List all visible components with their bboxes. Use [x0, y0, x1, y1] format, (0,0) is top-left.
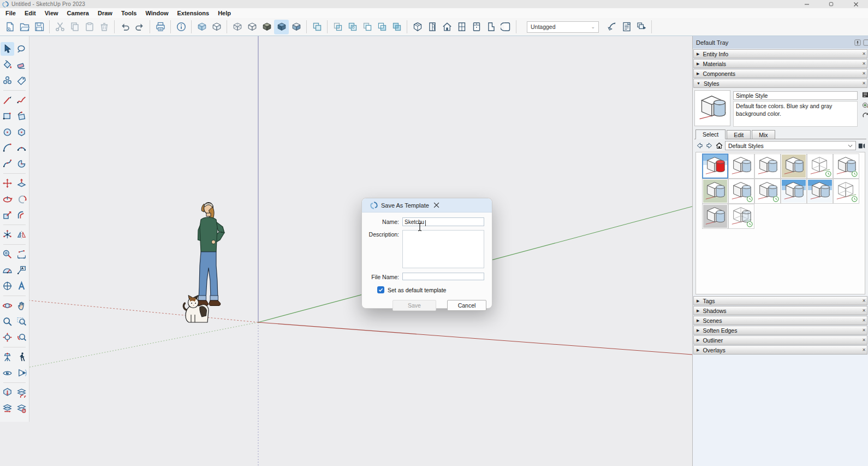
print-button[interactable] — [153, 20, 168, 34]
section-close-icon[interactable]: ✕ — [862, 51, 866, 56]
home-icon[interactable] — [715, 141, 723, 150]
zoom-tool-button[interactable] — [1, 315, 14, 328]
section-close-icon[interactable]: ✕ — [862, 318, 866, 323]
update-style-icon[interactable] — [862, 102, 868, 109]
style-thumbnail[interactable] — [702, 179, 728, 204]
section-plane-tool-button[interactable] — [1, 386, 14, 399]
push-pull-tool-button[interactable] — [15, 176, 28, 190]
back-edges-button[interactable] — [209, 20, 224, 34]
window-pane-button[interactable] — [454, 20, 469, 34]
style-thumbnail[interactable] — [702, 204, 728, 229]
lasso-select-tool-button[interactable] — [15, 42, 28, 56]
scale-tool-button[interactable] — [1, 208, 14, 222]
line-tool-button[interactable] — [1, 93, 14, 107]
section-close-icon[interactable]: ✕ — [862, 347, 866, 352]
scale-figure[interactable] — [180, 199, 237, 326]
section-close-icon[interactable]: ✕ — [862, 338, 866, 343]
tag-filter-dropdown[interactable]: Untagged⌄ — [527, 21, 599, 33]
dimension-tool-button[interactable] — [15, 247, 28, 261]
solid-intersect-button[interactable] — [330, 20, 345, 34]
rotate-tool-button[interactable] — [1, 192, 14, 206]
walk-tool-button[interactable] — [15, 350, 28, 364]
section-close-icon[interactable]: ✕ — [862, 298, 866, 303]
rotated-rectangle-tool-button[interactable] — [15, 109, 28, 123]
default-template-checkbox[interactable] — [377, 286, 384, 293]
maximize-icon[interactable] — [819, 0, 843, 8]
menu-tools[interactable]: Tools — [117, 10, 141, 16]
tray-header[interactable]: Default Tray — [693, 36, 868, 49]
orbit-tool-button[interactable] — [1, 299, 14, 312]
dialog-title-bar[interactable]: Save As Template — [362, 198, 492, 213]
tray-close-icon[interactable] — [863, 39, 868, 46]
section-overlays[interactable]: ▶Overlays✕ — [693, 345, 867, 355]
look-around-tool-button[interactable] — [1, 366, 14, 380]
section-scenes[interactable]: ▶Scenes✕ — [693, 316, 867, 325]
minimize-icon[interactable] — [794, 0, 819, 8]
style-thumbnail[interactable] — [807, 179, 833, 204]
section-components[interactable]: ▶Components✕ — [693, 69, 867, 78]
section-close-icon[interactable]: ✕ — [862, 71, 866, 76]
section-tags[interactable]: ▶Tags✕ — [693, 296, 867, 305]
style-name-input[interactable] — [733, 91, 858, 100]
position-camera-tool-button[interactable] — [1, 350, 14, 364]
field-of-view-tool-button[interactable] — [15, 366, 28, 380]
style-thumbnail[interactable] — [833, 179, 859, 204]
style-thumbnail[interactable] — [807, 154, 833, 179]
forward-arrow-icon[interactable] — [705, 141, 714, 150]
style-thumbnail[interactable] — [728, 154, 754, 179]
drawing-viewport[interactable] — [29, 36, 692, 466]
two-point-arc-tool-button[interactable] — [15, 141, 28, 155]
menu-camera[interactable]: Camera — [63, 10, 93, 16]
shape-l-button[interactable] — [484, 20, 498, 34]
view-options-icon[interactable] — [858, 142, 865, 150]
flip-tool-button[interactable] — [15, 228, 28, 241]
section-entity-info[interactable]: ▶Entity Info✕ — [693, 49, 867, 58]
save-button[interactable]: Save — [393, 300, 436, 311]
three-d-text-tool-button[interactable] — [15, 279, 28, 293]
section-styles[interactable]: ▼ Styles ✕ — [693, 79, 867, 88]
redo-button[interactable] — [132, 20, 147, 34]
outer-shell-button[interactable] — [310, 20, 324, 34]
paint-bucket-tool-button[interactable] — [1, 58, 14, 72]
copy-button[interactable] — [67, 20, 82, 34]
pan-tool-button[interactable] — [15, 299, 28, 312]
refresh-style-icon[interactable] — [862, 112, 868, 119]
offset-tool-button[interactable] — [15, 208, 28, 222]
intersect-tool-tool-button[interactable] — [1, 228, 14, 241]
polygon-tool-button[interactable] — [15, 125, 28, 139]
style-thumbnail[interactable] — [781, 179, 807, 204]
style-thumbnail[interactable] — [728, 204, 754, 229]
section-close-icon[interactable]: ✕ — [862, 308, 866, 313]
section-display-tool-button[interactable] — [15, 386, 28, 399]
house-button[interactable] — [439, 20, 454, 34]
xray-button[interactable] — [194, 20, 209, 34]
circle-tool-button[interactable] — [1, 125, 14, 139]
template-description-input[interactable] — [402, 230, 484, 268]
tab-edit[interactable]: Edit — [727, 130, 751, 139]
create-style-icon[interactable] — [862, 91, 868, 98]
menu-edit[interactable]: Edit — [20, 10, 40, 16]
section-materials[interactable]: ▶Materials✕ — [693, 59, 867, 68]
style-collection-dropdown[interactable]: Default Styles — [725, 141, 856, 150]
pie-tool-button[interactable] — [15, 157, 28, 170]
wireframe-button[interactable] — [230, 20, 245, 34]
solid-union-button[interactable] — [345, 20, 360, 34]
solid-subtract-button[interactable] — [360, 20, 374, 34]
style-thumbnail[interactable] — [754, 154, 781, 179]
solid-split-button[interactable] — [389, 20, 404, 34]
eraser-tool-button[interactable] — [15, 58, 28, 72]
three-point-arc-tool-button[interactable] — [1, 157, 14, 170]
rectangle-tool-button[interactable] — [1, 109, 14, 123]
section-outliner[interactable]: ▶Outliner✕ — [693, 335, 867, 345]
zoom-extents-tool-button[interactable] — [1, 331, 14, 344]
tab-mix[interactable]: Mix — [752, 130, 775, 139]
arc-tool-button[interactable] — [1, 141, 14, 155]
freehand-tool-button[interactable] — [15, 93, 28, 107]
shape-rounded-button[interactable] — [498, 20, 513, 34]
hidden-line-button[interactable] — [245, 20, 259, 34]
menu-extensions[interactable]: Extensions — [173, 10, 213, 16]
text-tool-button[interactable] — [15, 263, 28, 277]
close-window-icon[interactable] — [843, 0, 868, 8]
cabinet-button[interactable] — [469, 20, 484, 34]
section-shadows[interactable]: ▶Shadows✕ — [693, 306, 867, 315]
